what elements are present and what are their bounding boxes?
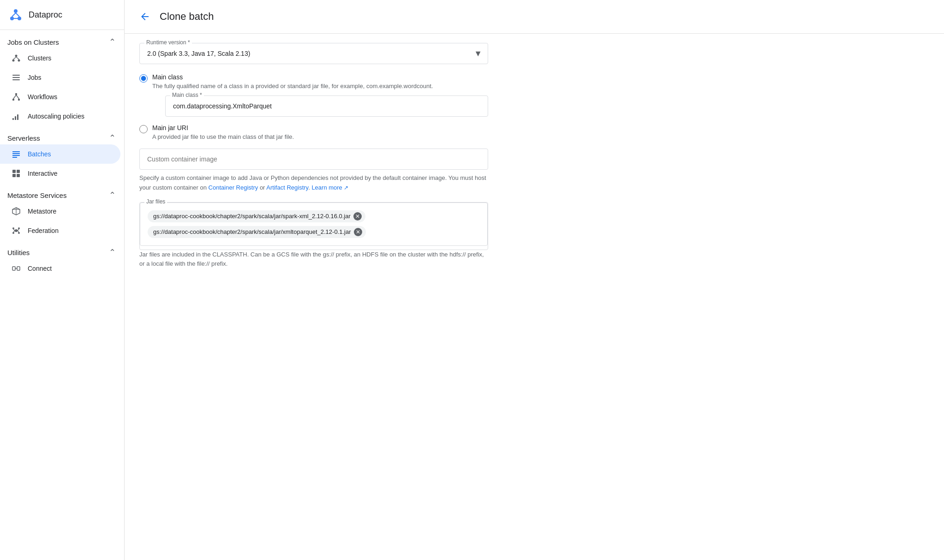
runtime-version-select[interactable]: 2.0 (Spark 3.3, Java 17, Scala 2.13) (140, 43, 488, 64)
svg-line-40 (13, 231, 15, 232)
page-header: Clone batch (125, 0, 944, 34)
svg-rect-16 (18, 99, 20, 101)
svg-line-10 (16, 57, 19, 60)
sidebar-item-connect[interactable]: Connect (0, 259, 120, 278)
sidebar: Dataproc Jobs on Clusters ⌃ Clusters Job… (0, 0, 125, 560)
sidebar-item-jobs[interactable]: Jobs (0, 68, 120, 87)
svg-line-9 (13, 57, 16, 60)
svg-point-36 (12, 232, 14, 234)
federation-label: Federation (28, 227, 59, 234)
svg-point-6 (15, 55, 18, 57)
svg-line-39 (18, 229, 19, 231)
svg-point-35 (18, 227, 20, 229)
workflows-icon (11, 92, 21, 102)
svg-point-33 (15, 229, 18, 232)
svg-point-7 (12, 60, 15, 62)
main-class-sub-field: Main class * (165, 95, 488, 117)
container-image-helper: Specify a custom container image to add … (139, 173, 488, 193)
chevron-jobs-icon[interactable]: ⌃ (108, 37, 117, 47)
interactive-icon (11, 168, 21, 179)
jar-file-remove-0[interactable]: ✕ (353, 212, 362, 220)
svg-rect-12 (12, 77, 20, 78)
svg-point-34 (12, 227, 14, 229)
main-jar-radio[interactable] (139, 125, 148, 133)
sidebar-item-interactive[interactable]: Interactive (0, 164, 120, 183)
svg-rect-26 (12, 170, 16, 173)
svg-rect-24 (12, 155, 20, 156)
jar-files-tags-container: gs://dataproc-cookbook/chapter2/spark/sc… (140, 203, 488, 246)
container-image-field: Specify a custom container image to add … (139, 149, 488, 193)
jar-file-tag-text-0: gs://dataproc-cookbook/chapter2/spark/sc… (153, 213, 351, 220)
container-image-input-wrapper (139, 149, 488, 170)
runtime-version-field: Runtime version * 2.0 (Spark 3.3, Java 1… (139, 43, 488, 64)
clusters-icon (11, 53, 21, 63)
svg-rect-43 (17, 267, 20, 270)
app-logo: Dataproc (0, 0, 124, 30)
svg-line-3 (12, 13, 16, 17)
svg-point-37 (18, 232, 20, 234)
artifact-registry-link[interactable]: Artifact Registry (266, 184, 308, 191)
container-registry-link[interactable]: Container Registry (209, 184, 258, 191)
svg-line-4 (16, 13, 19, 17)
chevron-serverless-icon[interactable]: ⌃ (108, 133, 117, 143)
external-link-icon: ↗ (344, 185, 348, 191)
section-jobs-on-clusters: Jobs on Clusters ⌃ (0, 30, 124, 48)
svg-point-8 (18, 60, 20, 62)
main-jar-radio-desc: A provided jar file to use the main clas… (152, 132, 488, 142)
chevron-utilities-icon[interactable]: ⌃ (108, 248, 117, 257)
metastore-icon (11, 206, 21, 216)
chevron-metastore-icon[interactable]: ⌃ (108, 191, 117, 200)
autoscaling-icon (11, 111, 21, 121)
dataproc-logo-icon (7, 6, 24, 23)
batches-icon (11, 149, 21, 159)
svg-rect-22 (12, 151, 20, 152)
main-content-area: Clone batch Runtime version * 2.0 (Spark… (125, 0, 944, 560)
jar-files-field: Jar files gs://dataproc-cookbook/chapter… (139, 202, 488, 269)
connect-icon (11, 263, 21, 274)
svg-rect-29 (17, 174, 20, 177)
svg-line-18 (16, 95, 19, 99)
svg-rect-11 (12, 75, 20, 76)
jobs-icon (11, 72, 21, 83)
main-class-outlined-field: Main class * (165, 95, 488, 117)
svg-rect-42 (12, 267, 15, 270)
page-title: Clone batch (160, 11, 214, 23)
svg-point-0 (14, 9, 18, 13)
jar-file-tag-1: gs://dataproc-cookbook/chapter2/spark/sc… (148, 226, 366, 238)
main-class-radio-title: Main class (152, 73, 488, 81)
section-serverless: Serverless ⌃ (0, 126, 124, 144)
batches-label: Batches (28, 150, 51, 158)
svg-rect-15 (12, 99, 14, 101)
sidebar-item-clusters[interactable]: Clusters (0, 48, 120, 68)
svg-line-41 (18, 231, 19, 232)
sidebar-item-autoscaling[interactable]: Autoscaling policies (0, 107, 120, 126)
sidebar-item-federation[interactable]: Federation (0, 221, 120, 240)
main-jar-radio-title: Main jar URI (152, 124, 488, 131)
svg-rect-27 (17, 170, 20, 173)
connect-label: Connect (28, 265, 52, 272)
jar-file-remove-1[interactable]: ✕ (354, 228, 362, 236)
main-class-input[interactable] (166, 96, 488, 116)
main-class-radio-desc: The fully qualified name of a class in a… (152, 82, 488, 91)
svg-rect-19 (12, 118, 14, 120)
jar-file-tag-0: gs://dataproc-cookbook/chapter2/spark/sc… (148, 210, 365, 222)
metastore-label: Metastore (28, 208, 56, 215)
interactive-label: Interactive (28, 170, 58, 177)
jar-files-helper: Jar files are included in the CLASSPATH.… (139, 250, 488, 269)
autoscaling-label: Autoscaling policies (28, 113, 84, 120)
runtime-version-label: Runtime version * (144, 39, 192, 46)
svg-line-38 (13, 229, 15, 231)
container-image-input[interactable] (147, 155, 480, 163)
form-container: Runtime version * 2.0 (Spark 3.3, Java 1… (125, 34, 503, 287)
back-button[interactable] (136, 7, 154, 26)
main-class-radio[interactable] (139, 74, 148, 83)
svg-rect-28 (12, 174, 16, 177)
svg-rect-25 (12, 157, 17, 158)
sidebar-item-metastore[interactable]: Metastore (0, 202, 120, 221)
jar-files-label: Jar files (144, 198, 167, 205)
sidebar-item-workflows[interactable]: Workflows (0, 87, 120, 107)
sidebar-item-batches[interactable]: Batches (0, 144, 120, 164)
svg-line-17 (13, 95, 16, 99)
svg-rect-23 (12, 153, 20, 154)
learn-more-link[interactable]: Learn more ↗ (311, 184, 348, 191)
